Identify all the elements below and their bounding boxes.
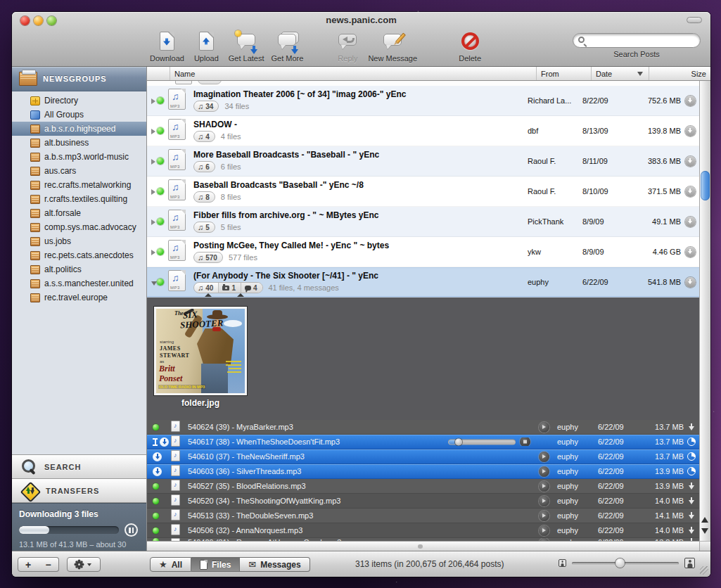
sidebar-group-item[interactable]: rec.crafts.metalworking [12,178,146,192]
search-section-icon [20,459,37,475]
disclosure-triangle-icon[interactable] [147,94,157,107]
album-art-thumbnail[interactable]: The SIX SHOOTER starring JAMES STEWART a… [154,307,247,395]
search-section-header[interactable]: SEARCH [12,455,146,479]
sidebar-group-item[interactable]: alt.business [12,136,146,150]
files-scrollbar[interactable] [699,420,710,541]
sidebar-group-item[interactable]: a.b.s.r.o.highspeed [12,122,146,136]
file-row[interactable]: ♪ 540506 (32) - AnnaNorquest.mp3 eu [147,523,699,538]
play-button[interactable] [539,525,549,536]
disclosure-triangle-icon[interactable] [147,185,157,198]
new-message-button[interactable]: New Message [368,31,417,63]
posts-scrollbar[interactable] [699,81,710,420]
download-post-button[interactable] [685,217,696,227]
pause-button[interactable] [125,523,138,537]
get-more-button[interactable]: Get More [272,31,304,63]
size-slider-knob[interactable] [615,558,625,568]
sidebar-group-item[interactable]: rec.travel.europe [12,290,146,305]
post-row[interactable]: ♫MP3 (For Anybody - The Six Shooter [~/4… [147,267,699,298]
sidebar-group-item[interactable]: a.s.s.manchester.united [12,276,146,290]
post-row[interactable]: ♫MP3 More Baseball Broadcasts - "Basebal… [147,146,699,177]
resize-grip[interactable] [700,566,708,575]
play-button[interactable] [539,496,549,506]
sidebar-group-item[interactable]: us.jobs [12,234,146,248]
download-post-button[interactable] [685,156,696,167]
play-button[interactable] [539,466,549,477]
post-row[interactable]: ♫MP3 Imagination Theater 2006 [~ of 34] … [147,86,699,116]
horizontal-scrollbar[interactable] [147,541,699,551]
get-latest-button[interactable]: Get Latest [229,31,264,63]
large-size-icon[interactable] [684,558,695,568]
size-slider-track[interactable] [572,562,679,565]
posts-scroll-thumb[interactable] [701,171,710,200]
upload-icon [194,31,218,53]
disclosure-triangle-icon[interactable] [147,124,157,137]
filter-files-button[interactable]: Files [191,557,240,572]
file-row[interactable]: ♪ 540610 (37) - TheNewSheriff.mp3 e [147,449,699,464]
filter-all-button[interactable]: ★All [150,557,191,572]
horizontal-scroll-thumb[interactable] [418,544,423,549]
upload-button[interactable]: Upload [194,31,219,63]
post-date: 8/10/09 [578,187,636,196]
playback-progress-slider[interactable] [448,439,516,445]
search-input[interactable] [573,33,701,48]
transfers-section-header[interactable]: TRANSFERS [12,479,146,503]
download-button[interactable]: Download [150,31,184,63]
file-row[interactable]: ♪ 540527 (35) - BloodRelations.mp3 [147,479,699,494]
download-arrow-icon[interactable] [689,512,695,520]
toolbar-toggle-button[interactable] [687,17,702,23]
download-post-button[interactable] [685,96,696,106]
group-name: alt.business [44,138,89,148]
delete-button[interactable]: Delete [458,31,482,63]
small-size-icon[interactable] [559,559,566,567]
play-button[interactable] [539,481,549,492]
file-row[interactable]: ♪ 540520 (34) - TheShootingOfWyattKing.m… [147,494,699,509]
sidebar-group-item[interactable]: All Groups [12,108,146,122]
column-header-date[interactable]: Date [591,67,649,80]
download-post-button[interactable] [685,186,696,197]
scroll-up-button[interactable] [701,517,708,523]
disclosure-triangle-icon[interactable] [147,215,157,228]
play-button[interactable] [539,422,549,433]
sidebar-group-item[interactable]: r.crafts.textiles.quilting [12,192,146,206]
slider-knob[interactable] [455,438,462,445]
play-button[interactable] [539,511,549,521]
disclosure-triangle-icon[interactable] [147,245,157,258]
download-arrow-icon[interactable] [689,527,695,535]
sidebar-group-item[interactable]: aus.cars [12,164,146,178]
window-titlebar[interactable]: news.panic.com [12,12,710,29]
column-header-name[interactable]: Name [170,67,536,80]
download-arrow-icon[interactable] [689,423,695,431]
column-header-size[interactable]: Size [649,67,710,80]
sidebar-group-item[interactable]: comp.sys.mac.advocacy [12,220,146,234]
sidebar-group-item[interactable]: a.b.s.mp3.world-music [12,150,146,164]
file-row[interactable]: ♪ 540617 (38) - WhenTheShoeDoesn'tFit.mp… [147,435,699,449]
post-row[interactable]: ♫MP3 SHADOW - ♫4 [147,116,699,146]
add-group-button[interactable]: + [18,557,39,572]
play-button[interactable] [539,452,549,462]
download-post-button[interactable] [685,247,696,257]
post-row[interactable]: ♫MP3 Fibber fills from archive.org - " ~… [147,207,699,237]
post-row[interactable]: ♫MP3 Baseball Broadcasts "Baseball -" yE… [147,177,699,207]
scroll-down-button[interactable] [701,528,708,534]
disclosure-triangle-icon[interactable] [147,276,157,288]
sidebar-group-item[interactable]: rec.pets.cats.anecdotes [12,248,146,262]
action-menu-button[interactable] [67,557,101,572]
sidebar-group-item[interactable]: Directory [12,94,146,108]
column-header-from[interactable]: From [536,67,591,80]
stop-button[interactable] [520,437,530,446]
sidebar-group-item[interactable]: alt.forsale [12,206,146,220]
disclosure-triangle-icon[interactable] [147,155,157,167]
file-row[interactable]: ♪ 540624 (39) - MyraBarker.mp3 euph [147,420,699,435]
filter-messages-button[interactable]: ✉Messages [240,557,310,572]
reply-button[interactable]: Reply [336,31,359,63]
download-post-button[interactable] [685,126,696,136]
download-post-button[interactable] [685,277,696,288]
sidebar-group-item[interactable]: alt.politics [12,262,146,276]
file-row[interactable]: ♪ 540513 (33) - TheDoubleSeven.mp3 [147,509,699,523]
remove-group-button[interactable]: − [38,557,59,572]
newsgroups-section-header[interactable]: NEWSGROUPS [12,67,146,91]
post-row[interactable]: ♫MP3 Posting McGee, They Called Me! - yE… [147,237,699,267]
download-arrow-icon[interactable] [689,497,695,505]
file-row[interactable]: ♪ 540603 (36) - SilverThreads.mp3 e [147,464,699,479]
download-arrow-icon[interactable] [689,482,695,490]
